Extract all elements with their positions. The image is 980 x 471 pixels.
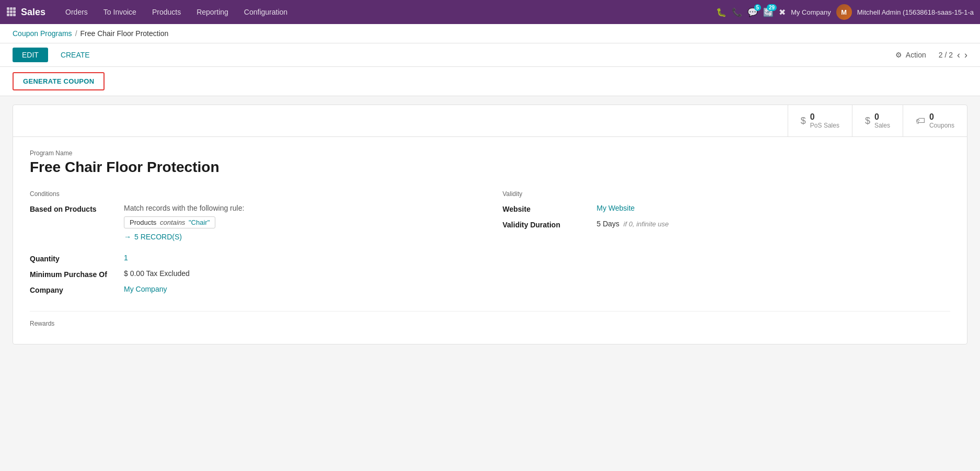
- stat-pos-sales[interactable]: $ 0 PoS Sales: [788, 105, 852, 136]
- svg-rect-3: [7, 10, 9, 13]
- top-navigation: Sales Orders To Invoice Products Reporti…: [0, 0, 980, 24]
- stats-bar: $ 0 PoS Sales $ 0 Sales 🏷 0 Coupons: [13, 105, 967, 137]
- min-purchase-value: $ 0.00 Tax Excluded: [124, 269, 190, 278]
- validity-title: Validity: [503, 190, 951, 198]
- tag-icon-coupons: 🏷: [916, 116, 925, 127]
- updates-badge: 29: [767, 4, 777, 11]
- conditions-section: Conditions Based on Products Match recor…: [30, 190, 478, 301]
- bug-icon[interactable]: 🐛: [716, 7, 727, 17]
- pos-sales-number: 0: [810, 112, 839, 122]
- svg-rect-6: [7, 14, 9, 16]
- breadcrumb-separator: /: [75, 29, 77, 38]
- breadcrumb-parent[interactable]: Coupon Programs: [13, 29, 72, 38]
- sales-label: Sales: [874, 122, 890, 129]
- filter-tag[interactable]: Products contains "Chair": [124, 216, 215, 228]
- validity-section: Validity Website My Website Validity Dur…: [503, 190, 951, 301]
- menu-orders[interactable]: Orders: [58, 4, 95, 20]
- min-purchase-label: Minimum Purchase Of: [30, 269, 124, 279]
- records-text: 5 RECORD(S): [134, 233, 182, 241]
- dollar-icon-sales: $: [865, 116, 870, 127]
- rewards-title: Rewards: [30, 320, 950, 327]
- conditions-title: Conditions: [30, 190, 478, 198]
- pager-prev[interactable]: ‹: [957, 50, 960, 61]
- svg-rect-8: [13, 14, 16, 16]
- website-label: Website: [503, 204, 597, 213]
- quantity-row: Quantity 1: [30, 254, 478, 263]
- rewards-section: Rewards: [30, 311, 950, 327]
- validity-duration-label: Validity Duration: [503, 220, 597, 229]
- company-row: Company My Company: [30, 285, 478, 294]
- menu-configuration[interactable]: Configuration: [237, 4, 295, 20]
- main-content: $ 0 PoS Sales $ 0 Sales 🏷 0 Coupons: [0, 96, 980, 353]
- top-menu: Orders To Invoice Products Reporting Con…: [58, 4, 714, 20]
- coupons-label: Coupons: [929, 122, 954, 129]
- topnav-right: 🐛 📞 💬 5 🔄 29 ✖ My Company M Mitchell Adm…: [716, 4, 974, 20]
- dollar-icon-pos: $: [801, 116, 806, 127]
- filter-val: "Chair": [189, 219, 210, 226]
- action-button[interactable]: ⚙ Action: [889, 48, 932, 62]
- company-label: Company: [30, 285, 124, 294]
- generate-coupon-button[interactable]: GENERATE COUPON: [13, 72, 105, 90]
- breadcrumb-current: Free Chair Floor Protection: [80, 29, 169, 38]
- generate-coupon-bar: GENERATE COUPON: [0, 67, 980, 96]
- quantity-value: 1: [124, 254, 128, 262]
- menu-reporting[interactable]: Reporting: [189, 4, 236, 20]
- pager: 2 / 2 ‹ ›: [939, 50, 967, 61]
- stat-sales[interactable]: $ 0 Sales: [852, 105, 903, 136]
- svg-rect-4: [10, 10, 13, 13]
- arrow-right-icon: →: [124, 233, 131, 241]
- avatar[interactable]: M: [836, 4, 852, 20]
- create-button[interactable]: CREATE: [54, 48, 96, 62]
- app-brand[interactable]: Sales: [21, 7, 45, 18]
- pager-text: 2 / 2: [939, 51, 953, 59]
- form-body: Program Name Free Chair Floor Protection…: [13, 137, 967, 344]
- quantity-label: Quantity: [30, 254, 124, 263]
- stat-coupons[interactable]: 🏷 0 Coupons: [903, 105, 967, 136]
- pos-sales-label: PoS Sales: [810, 122, 839, 129]
- grid-icon[interactable]: [6, 7, 16, 18]
- company-value[interactable]: My Company: [124, 285, 167, 293]
- pager-next[interactable]: ›: [964, 50, 967, 61]
- svg-rect-0: [7, 7, 9, 10]
- match-rule-text: Match records with the following rule:: [124, 204, 244, 212]
- website-row: Website My Website: [503, 204, 951, 213]
- edit-button[interactable]: EDIT: [13, 48, 48, 62]
- records-link[interactable]: → 5 RECORD(S): [124, 233, 244, 241]
- coupons-number: 0: [929, 112, 954, 122]
- filter-op: contains: [160, 219, 185, 226]
- action-bar: EDIT CREATE ⚙ Action 2 / 2 ‹ ›: [0, 43, 980, 67]
- validity-hint: if 0, infinite use: [624, 220, 669, 228]
- based-on-products-row: Based on Products Match records with the…: [30, 204, 478, 247]
- menu-to-invoice[interactable]: To Invoice: [96, 4, 144, 20]
- based-on-value: Match records with the following rule: P…: [124, 204, 244, 247]
- gear-icon: ⚙: [895, 51, 902, 59]
- form-section-main: Conditions Based on Products Match recor…: [30, 190, 950, 301]
- validity-duration-row: Validity Duration 5 Days if 0, infinite …: [503, 220, 951, 229]
- min-purchase-row: Minimum Purchase Of $ 0.00 Tax Excluded: [30, 269, 478, 279]
- phone-icon[interactable]: 📞: [732, 7, 742, 17]
- record-card: $ 0 PoS Sales $ 0 Sales 🏷 0 Coupons: [13, 105, 967, 344]
- breadcrumb: Coupon Programs / Free Chair Floor Prote…: [0, 24, 980, 43]
- svg-rect-2: [13, 7, 16, 10]
- website-value[interactable]: My Website: [597, 204, 635, 212]
- tools-icon[interactable]: ✖: [779, 7, 786, 17]
- menu-products[interactable]: Products: [145, 4, 188, 20]
- program-name-value: Free Chair Floor Protection: [30, 159, 950, 176]
- based-on-label: Based on Products: [30, 204, 124, 213]
- chat-icon[interactable]: 💬 5: [747, 7, 758, 17]
- validity-days: 5 Days: [597, 220, 620, 228]
- company-name[interactable]: My Company: [791, 8, 831, 16]
- svg-rect-1: [10, 7, 13, 10]
- svg-rect-5: [13, 10, 16, 13]
- sales-number: 0: [874, 112, 890, 122]
- username: Mitchell Admin (15638618-saas-15-1-a: [857, 8, 974, 16]
- validity-duration-value: 5 Days if 0, infinite use: [597, 220, 669, 228]
- svg-rect-7: [10, 14, 13, 16]
- updates-icon[interactable]: 🔄 29: [763, 7, 774, 17]
- chat-badge: 5: [754, 4, 762, 11]
- filter-field: Products: [130, 219, 156, 226]
- program-name-label: Program Name: [30, 150, 950, 157]
